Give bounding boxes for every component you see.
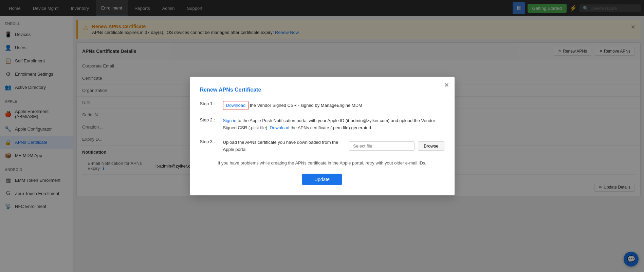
modal-step-3: Step 3 : Upload the APNs certificate you…	[200, 139, 444, 153]
step3-content: Upload the APNs certificate you have dow…	[223, 139, 444, 153]
sign-in-link[interactable]: Sign in	[223, 118, 237, 123]
modal-step-1: Step 1 : Download the Vendor Signed CSR …	[200, 101, 444, 110]
step2-label: Step 2 :	[200, 117, 220, 122]
browse-button[interactable]: Browse	[418, 141, 444, 151]
step2-download-link[interactable]: Download	[270, 125, 290, 130]
update-button[interactable]: Update	[302, 174, 342, 185]
step1-label: Step 1 :	[200, 101, 220, 106]
modal-close-icon[interactable]: ✕	[444, 81, 449, 89]
step1-content: Download the Vendor Signed CSR - signed …	[223, 101, 362, 110]
step2-text3: the APNs certificate (.pem file) generat…	[291, 125, 372, 130]
step2-content: Sign in to the Apple Push Notification p…	[223, 117, 444, 132]
modal-note: If you have problems while creating the …	[200, 160, 444, 166]
renew-apns-modal: Renew APNs Certificate ✕ Step 1 : Downlo…	[190, 77, 455, 196]
file-select-input[interactable]	[349, 141, 415, 151]
step1-description: the Vendor Signed CSR - signed by Manage…	[250, 103, 362, 108]
download-csr-button[interactable]: Download	[223, 101, 249, 110]
modal-step-2: Step 2 : Sign in to the Apple Push Notif…	[200, 117, 444, 132]
step3-text: Upload the APNs certificate you have dow…	[223, 139, 346, 153]
modal-overlay: Renew APNs Certificate ✕ Step 1 : Downlo…	[0, 0, 644, 272]
step3-label: Step 3 :	[200, 139, 220, 144]
modal-title: Renew APNs Certificate	[200, 87, 444, 93]
modal-footer: Update	[200, 174, 444, 185]
